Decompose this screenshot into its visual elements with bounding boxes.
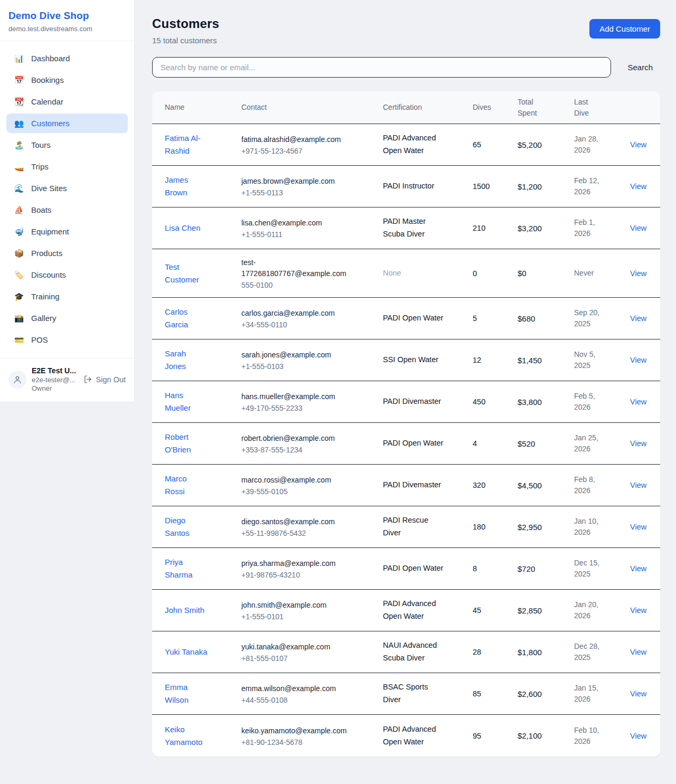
view-link[interactable]: View [630, 439, 646, 448]
customer-phone: +1-555-0111 [241, 230, 383, 239]
view-link[interactable]: View [630, 689, 646, 698]
sidebar-item-trips[interactable]: 🚤 Trips [6, 157, 128, 176]
customer-total-spent: $1,450 [518, 356, 574, 365]
view-link[interactable]: View [630, 606, 646, 615]
customer-last-dive: Feb 5, 2026 [574, 391, 605, 413]
search-input[interactable] [152, 57, 611, 78]
sign-out-button[interactable]: Sign Out [83, 375, 126, 384]
customer-last-dive: Jan 10, 2026 [574, 516, 605, 538]
customer-dives: 95 [473, 732, 518, 740]
shop-name: Demo Dive Shop [8, 10, 126, 22]
view-link[interactable]: View [630, 182, 646, 191]
view-link[interactable]: View [630, 140, 646, 149]
package-icon: 📦 [14, 249, 24, 257]
table-body: Fatima Al-Rashid fatima.alrashid@example… [152, 124, 660, 757]
customer-dives: 4 [473, 439, 518, 448]
sidebar-item-dashboard[interactable]: 📊 Dashboard [6, 49, 128, 68]
calendar-icon: 📅 [14, 76, 24, 84]
sidebar-item-customers[interactable]: 👥 Customers [6, 114, 128, 133]
customer-phone: +91-98765-43210 [241, 571, 383, 579]
customer-name-link[interactable]: Yuki Tanaka [165, 646, 208, 658]
view-link[interactable]: View [630, 269, 646, 278]
sidebar-item-boats[interactable]: ⛵ Boats [6, 200, 128, 220]
add-customer-button[interactable]: Add Customer [589, 19, 660, 39]
column-header-total-spent: Total Spent [518, 97, 574, 118]
customer-dives: 0 [473, 269, 518, 278]
customer-email: hans.mueller@example.com [241, 391, 350, 402]
sidebar-item-equipment[interactable]: 🤿 Equipment [6, 222, 128, 241]
user-avatar-icon [8, 371, 26, 389]
column-header-certification: Certification [383, 102, 473, 112]
view-link[interactable]: View [630, 224, 646, 232]
customer-phone: 555-0100 [241, 281, 383, 289]
sidebar-item-tours[interactable]: 🏝️ Tours [6, 135, 128, 155]
search-button[interactable]: Search [626, 60, 654, 75]
view-link[interactable]: View [630, 314, 646, 323]
customer-phone: +1-555-0103 [241, 362, 383, 371]
customer-total-spent: $3,200 [518, 224, 574, 233]
sidebar-header: Demo Dive Shop demo.test.divestreams.com [0, 0, 134, 41]
view-link[interactable]: View [630, 481, 646, 489]
customer-certification: PADI Open Water [383, 437, 443, 450]
table-row: Hans Mueller hans.mueller@example.com +4… [152, 381, 660, 423]
people-icon: 👥 [14, 119, 24, 127]
bar-chart-icon: 📊 [14, 54, 24, 62]
customer-certification: PADI Advanced Open Water [383, 598, 444, 623]
table-row: Fatima Al-Rashid fatima.alrashid@example… [152, 124, 660, 166]
customer-name-link[interactable]: Marco Rossi [165, 473, 208, 498]
table-row: Robert O'Brien robert.obrien@example.com… [152, 423, 660, 465]
customer-phone: +81-555-0107 [241, 654, 383, 663]
customer-dives: 320 [473, 481, 518, 489]
sidebar-item-calendar[interactable]: 📆 Calendar [6, 92, 128, 111]
view-link[interactable]: View [630, 523, 646, 531]
customer-name-link[interactable]: Sarah Jones [165, 347, 208, 373]
view-link[interactable]: View [630, 356, 646, 364]
customer-name-link[interactable]: John Smith [165, 604, 204, 617]
customer-email: diego.santos@example.com [241, 516, 350, 527]
customer-email: lisa.chen@example.com [241, 218, 350, 229]
sidebar-item-pos[interactable]: 💳 POS [6, 330, 128, 350]
sidebar-item-products[interactable]: 📦 Products [6, 243, 128, 263]
customer-name-link[interactable]: Diego Santos [165, 514, 208, 540]
table-row: Carlos Garcia carlos.garcia@example.com … [152, 298, 660, 339]
search-row: Search [152, 57, 660, 78]
view-link[interactable]: View [630, 648, 646, 656]
customer-name-link[interactable]: Fatima Al-Rashid [165, 132, 208, 157]
sidebar-item-discounts[interactable]: 🏷️ Discounts [6, 265, 128, 285]
customer-last-dive: Feb 8, 2026 [574, 474, 605, 496]
customer-total-spent: $2,100 [518, 731, 574, 740]
sidebar-item-dive-sites[interactable]: 🌊 Dive Sites [6, 178, 128, 198]
customer-phone: +1-555-0113 [241, 188, 383, 197]
customer-name-link[interactable]: Carlos Garcia [165, 306, 208, 331]
customer-dives: 5 [473, 314, 518, 323]
customer-certification: PADI Open Water [383, 312, 443, 325]
table-row: Marco Rossi marco.rossi@example.com +39-… [152, 465, 660, 506]
customer-name-link[interactable]: Robert O'Brien [165, 431, 208, 456]
customer-name-link[interactable]: Test Customer [165, 261, 208, 286]
customer-certification: PADI Rescue Diver [383, 514, 444, 540]
speedboat-icon: 🚤 [14, 163, 24, 171]
customer-last-dive: Jan 25, 2026 [574, 432, 605, 455]
sidebar-item-training[interactable]: 🎓 Training [6, 287, 128, 306]
table-row: Sarah Jones sarah.jones@example.com +1-5… [152, 339, 660, 381]
customer-phone: +49-170-555-2233 [241, 404, 383, 412]
customer-name-link[interactable]: James Brown [165, 174, 208, 199]
customer-phone: +55-11-99876-5432 [241, 529, 383, 537]
view-link[interactable]: View [630, 564, 646, 573]
view-link[interactable]: View [630, 398, 646, 406]
customer-name-link[interactable]: Emma Wilson [165, 681, 208, 706]
wave-icon: 🌊 [14, 184, 24, 192]
sidebar-item-bookings[interactable]: 📅 Bookings [6, 70, 128, 90]
table-header-row: Name Contact Certification Dives Total S… [152, 91, 660, 124]
customer-dives: 45 [473, 606, 518, 615]
customer-total-spent: $3,800 [518, 398, 574, 407]
sidebar-item-gallery[interactable]: 📸 Gallery [6, 308, 128, 328]
table-row: Emma Wilson emma.wilson@example.com +44-… [152, 673, 660, 715]
view-link[interactable]: View [630, 732, 646, 740]
customer-name-link[interactable]: Priya Sharma [165, 556, 208, 581]
customer-name-link[interactable]: Lisa Chen [165, 222, 201, 234]
customer-name-link[interactable]: Keiko Yamamoto [165, 723, 208, 749]
customer-total-spent: $2,950 [518, 523, 574, 532]
customer-name-link[interactable]: Hans Mueller [165, 389, 208, 414]
customer-total-spent: $5,200 [518, 140, 574, 149]
